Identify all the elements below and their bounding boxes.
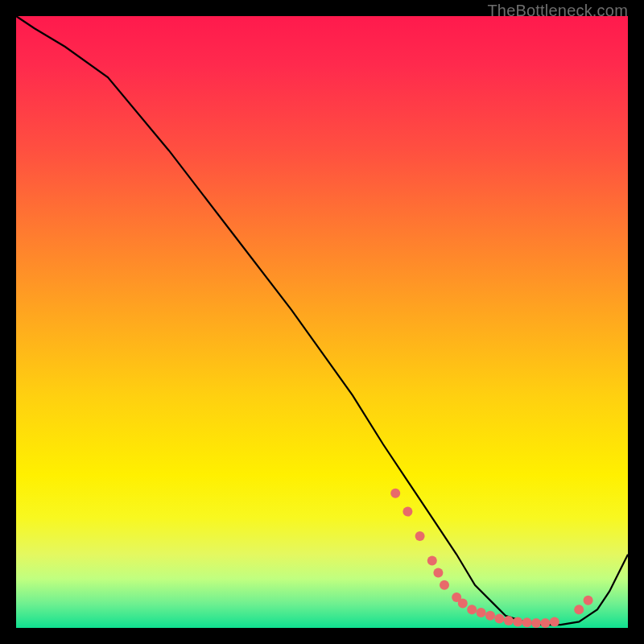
data-marker [584, 596, 593, 605]
marker-group [390, 489, 592, 628]
data-marker [477, 608, 486, 617]
data-marker [574, 605, 584, 614]
bottleneck-curve [16, 16, 628, 625]
data-marker [433, 568, 443, 578]
data-marker [522, 617, 532, 627]
plot-area [16, 16, 628, 628]
curve-svg [16, 16, 628, 628]
data-marker [550, 617, 559, 626]
chart-container: TheBottleneck.com [0, 0, 644, 644]
data-marker [494, 614, 504, 624]
data-marker [402, 507, 412, 517]
data-marker [440, 580, 449, 590]
data-marker [415, 531, 425, 541]
data-marker [504, 616, 514, 625]
data-marker [427, 555, 437, 565]
data-marker [467, 605, 477, 614]
data-marker [513, 617, 522, 626]
data-marker [390, 489, 400, 498]
data-marker [458, 599, 468, 609]
data-marker [540, 618, 550, 628]
data-marker [485, 611, 495, 621]
data-marker [531, 618, 541, 628]
